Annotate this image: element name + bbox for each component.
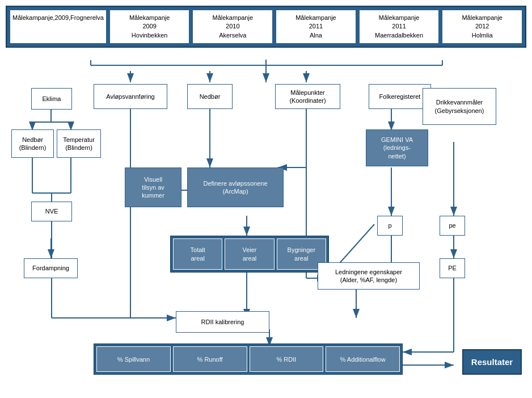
nedbor-label: Nedbør bbox=[200, 93, 221, 100]
gemini-va-box: GEMINI VA(lednings-nettet) bbox=[366, 129, 428, 166]
temperatur-blindern-box: Temperatur(Blindern) bbox=[57, 129, 101, 158]
nedbor-blindern-box: Nedbør(Blindern) bbox=[11, 129, 54, 158]
eklima-label: Eklima bbox=[42, 95, 61, 103]
definere-label: Definere avløpssonene(ArcMap) bbox=[203, 179, 267, 196]
avlopsvannforing-label: Avløpsvannføring bbox=[106, 93, 154, 100]
temperatur-blindern-label: Temperatur(Blindern) bbox=[63, 136, 95, 152]
malepunkter-box: Målepunkter(Koordinater) bbox=[275, 84, 340, 109]
header-container: Målekampanje,2009,Frognerelva Målekampan… bbox=[6, 6, 526, 48]
resultater-box: Resultater bbox=[462, 349, 522, 375]
visuell-box: Visuelltilsyn avkummer bbox=[125, 167, 181, 207]
definere-box: Definere avløpssonene(ArcMap) bbox=[187, 167, 284, 207]
nve-box: NVE bbox=[31, 202, 72, 221]
pe-box: pe bbox=[440, 216, 465, 236]
additional-label: % Additionalflow bbox=[340, 356, 386, 363]
gemini-va-label: GEMINI VA(lednings-nettet) bbox=[381, 136, 413, 160]
header-mk1-text: Målekampanje,2009,Frognerelva bbox=[12, 14, 104, 21]
p-box: p bbox=[377, 216, 403, 236]
rdii-kalibrering-label: RDII kalibrering bbox=[201, 318, 244, 326]
resultater-label: Resultater bbox=[471, 357, 513, 368]
header-box-mk6: Målekampanje2012Holmlia bbox=[442, 10, 522, 44]
header-box-mk5: Målekampanje2011Maerradalbekken bbox=[359, 10, 440, 44]
fordampning-label: Fordampning bbox=[32, 264, 69, 272]
rdii-label: % RDII bbox=[276, 356, 296, 363]
totalt-areal-box: Totaltareal bbox=[173, 238, 222, 270]
avlopsvannforing-box: Avløpsvannføring bbox=[94, 84, 167, 109]
bygninger-areal-label: Bygningerareal bbox=[288, 246, 316, 262]
totalt-areal-label: Totaltareal bbox=[191, 246, 205, 262]
runoff-box: % Runoff bbox=[173, 346, 247, 372]
veier-areal-label: Veierareal bbox=[242, 246, 256, 262]
header-box-mk3: Målekampanje2010Akerselva bbox=[192, 10, 273, 44]
drikkevann-label: Drikkevannmåler(Gebyrseksjonen) bbox=[435, 98, 484, 115]
eklima-box: Eklima bbox=[31, 88, 72, 110]
spillvann-label: % Spillvann bbox=[117, 356, 150, 363]
spillvann-box: % Spillvann bbox=[96, 346, 171, 372]
nve-label: NVE bbox=[45, 207, 58, 215]
diagram-container: Målekampanje,2009,Frognerelva Målekampan… bbox=[0, 0, 532, 398]
p-label: p bbox=[388, 221, 391, 229]
rdii-box: % RDII bbox=[250, 346, 324, 372]
rdii-kalibrering-box: RDII kalibrering bbox=[176, 311, 269, 333]
additional-box: % Additionalflow bbox=[326, 346, 400, 372]
drikkevann-box: Drikkevannmåler(Gebyrseksjonen) bbox=[423, 88, 496, 125]
PE-box: PE bbox=[440, 258, 465, 278]
pe-label: pe bbox=[449, 221, 455, 229]
nedbor-box: Nedbør bbox=[187, 84, 233, 109]
visuell-label: Visuelltilsyn avkummer bbox=[142, 175, 164, 200]
nedbor-blindern-label: Nedbør(Blindern) bbox=[19, 136, 47, 152]
veier-areal-box: Veierareal bbox=[225, 238, 274, 270]
header-box-mk4: Målekampanje2011Alna bbox=[276, 10, 356, 44]
runoff-label: % Runoff bbox=[197, 356, 223, 363]
folkeregisteret-box: Folkeregisteret bbox=[369, 84, 431, 109]
areal-container: Totaltareal Veierareal Bygningerareal bbox=[170, 236, 329, 273]
header-box-mk1: Målekampanje,2009,Frognerelva bbox=[10, 10, 107, 44]
folkeregisteret-label: Folkeregisteret bbox=[379, 93, 421, 100]
header-box-mk2: Målekampanje2009Hovinbekken bbox=[109, 10, 190, 44]
bottom-results-container: % Spillvann % Runoff % RDII % Additional… bbox=[94, 343, 403, 375]
malepunkter-label: Målepunkter(Koordinater) bbox=[289, 89, 326, 105]
ledningene-box: Ledningene egenskaper(Alder, %AF, lengde… bbox=[318, 262, 420, 290]
fordampning-box: Fordampning bbox=[24, 258, 78, 278]
PE-label: PE bbox=[448, 264, 457, 272]
ledningene-label: Ledningene egenskaper(Alder, %AF, lengde… bbox=[335, 268, 402, 284]
